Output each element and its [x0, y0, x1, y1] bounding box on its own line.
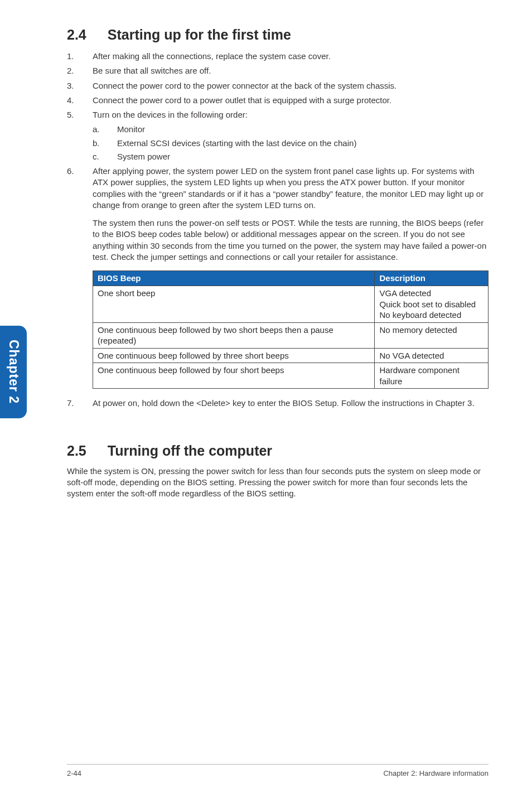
cell-r3c2: No VGA detected: [375, 348, 489, 363]
table-row: One short beep VGA detected Quick boot s…: [93, 286, 489, 323]
step-2: Be sure that all switches are off.: [67, 65, 489, 76]
step-5c-letter: c.: [93, 151, 99, 162]
footer-chapter-label: Chapter 2: Hardware information: [383, 769, 489, 777]
heading-2-5-num: 2.5: [67, 443, 86, 459]
step-3: Connect the power cord to the power conn…: [67, 80, 489, 91]
cell-r3c1: One continuous beep followed by three sh…: [93, 348, 375, 363]
step-5b: b.External SCSI devices (starting with t…: [93, 138, 489, 149]
steps-list: After making all the connections, replac…: [67, 51, 489, 409]
table-row: One continuous beep followed by four sho…: [93, 363, 489, 389]
cell-r2c1: One continuous beep followed by two shor…: [93, 322, 375, 348]
step-5a-text: Monitor: [117, 124, 145, 134]
page-footer: 2-44 Chapter 2: Hardware information: [67, 764, 489, 777]
section-2-5-body: While the system is ON, pressing the pow…: [67, 466, 489, 500]
cell-r1c1: One short beep: [93, 286, 375, 323]
step-5c-text: System power: [117, 152, 170, 161]
step-5-text: Turn on the devices in the following ord…: [93, 110, 248, 119]
step-1-text: After making all the connections, replac…: [93, 51, 331, 61]
cell-r1c2-l3: No keyboard detected: [379, 310, 461, 320]
step-5b-text: External SCSI devices (starting with the…: [117, 138, 356, 148]
heading-2-4: 2.4Starting up for the first time: [67, 27, 489, 43]
step-6-text-a: After applying power, the system power L…: [93, 166, 483, 210]
bios-beep-table: BIOS Beep Description One short beep VGA…: [93, 270, 489, 389]
step-7-text: At power on, hold down the <Delete> key …: [93, 398, 475, 408]
step-5a: a.Monitor: [93, 124, 489, 135]
th-description: Description: [375, 271, 489, 286]
heading-2-4-num: 2.4: [67, 27, 86, 43]
step-5c: c.System power: [93, 151, 489, 162]
th-bios-beep: BIOS Beep: [93, 271, 375, 286]
step-2-text: Be sure that all switches are off.: [93, 66, 211, 75]
step-5-sublist: a.Monitor b.External SCSI devices (start…: [93, 124, 489, 162]
step-4: Connect the power cord to a power outlet…: [67, 95, 489, 106]
table-row: One continuous beep followed by two shor…: [93, 322, 489, 348]
table-row: One continuous beep followed by three sh…: [93, 348, 489, 363]
cell-r4c1: One continuous beep followed by four sho…: [93, 363, 375, 389]
cell-r2c2: No memory detected: [375, 322, 489, 348]
heading-2-5: 2.5Turning off the computer: [67, 443, 489, 459]
footer-page-number: 2-44: [67, 769, 81, 777]
step-6: After applying power, the system power L…: [67, 166, 489, 389]
step-5a-letter: a.: [93, 124, 100, 135]
step-7: At power on, hold down the <Delete> key …: [67, 398, 489, 409]
cell-r1c2-l2: Quick boot set to disabled: [379, 299, 476, 309]
cell-r1c2: VGA detected Quick boot set to disabled …: [375, 286, 489, 323]
cell-r1c2-l1: VGA detected: [379, 288, 431, 298]
heading-2-4-title: Starting up for the first time: [108, 27, 291, 42]
page-content: 2.4Starting up for the first time After …: [0, 0, 532, 802]
step-5: Turn on the devices in the following ord…: [67, 109, 489, 162]
step-4-text: Connect the power cord to a power outlet…: [93, 95, 391, 105]
table-header-row: BIOS Beep Description: [93, 271, 489, 286]
step-5b-letter: b.: [93, 138, 100, 149]
step-1: After making all the connections, replac…: [67, 51, 489, 62]
heading-2-5-title: Turning off the computer: [108, 443, 272, 458]
step-3-text: Connect the power cord to the power conn…: [93, 81, 396, 90]
cell-r4c2: Hardware component failure: [375, 363, 489, 389]
step-6-text-b: The system then runs the power-on self t…: [93, 218, 489, 263]
